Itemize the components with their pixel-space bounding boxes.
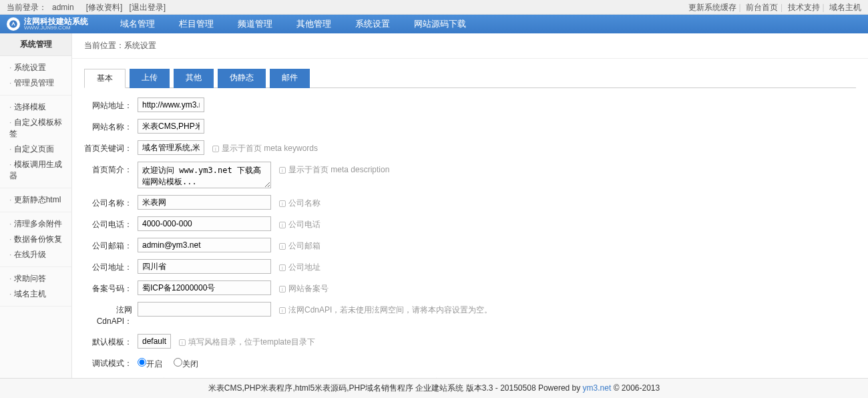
login-user: admin <box>52 3 74 12</box>
nav-column[interactable]: 栏目管理 <box>167 15 226 33</box>
info-icon: i <box>279 200 286 207</box>
label-company: 公司名称： <box>84 195 138 209</box>
top-link-home[interactable]: 前台首页 <box>746 3 778 12</box>
tab-other[interactable]: 其他 <box>174 69 214 88</box>
input-email[interactable] <box>138 238 271 252</box>
input-site-url[interactable] <box>138 97 204 112</box>
textarea-description[interactable]: 欢迎访问 www.ym3.net 下载高端网站模板... <box>138 162 271 188</box>
footer: 米表CMS,PHP米表程序,html5米表源码,PHP域名销售程序 企业建站系统… <box>0 378 868 398</box>
sidebar-item-upgrade[interactable]: 在线升级 <box>0 247 71 262</box>
tab-basic[interactable]: 基本 <box>84 69 126 88</box>
label-site-url: 网站地址： <box>84 97 138 112</box>
label-description: 首页简介： <box>84 162 138 176</box>
info-icon: i <box>179 339 186 346</box>
sidebar-item-tags[interactable]: 自定义模板标签 <box>0 115 71 142</box>
label-template: 默认模板： <box>84 334 138 348</box>
info-icon: i <box>279 222 286 228</box>
info-icon: i <box>279 286 286 292</box>
brand-logo: 泫网科技建站系统 WWW.JUN99.COM <box>7 17 88 31</box>
sidebar-item-system[interactable]: 系统设置 <box>0 60 71 75</box>
top-link-support[interactable]: 技术支持 <box>788 3 820 12</box>
navbar: 泫网科技建站系统 WWW.JUN99.COM 域名管理 栏目管理 频道管理 其他… <box>0 15 868 33</box>
sidebar-item-backup[interactable]: 数据备份恢复 <box>0 232 71 247</box>
label-site-name: 网站名称： <box>84 119 138 133</box>
sidebar: 系统管理 系统设置 管理员管理 选择模板 自定义模板标签 自定义页面 模板调用生… <box>0 33 72 398</box>
input-cdn[interactable] <box>138 302 271 317</box>
sidebar-item-generator[interactable]: 模板调用生成器 <box>0 157 71 184</box>
radio-debug-on[interactable] <box>138 358 146 367</box>
input-template[interactable] <box>138 334 171 349</box>
label-tel: 公司电话： <box>84 216 138 230</box>
label-debug: 调试模式： <box>84 355 138 369</box>
top-link-cache[interactable]: 更新系统缓存 <box>688 3 736 12</box>
login-prefix: 当前登录： <box>7 3 47 12</box>
sidebar-item-static[interactable]: 更新静态html <box>0 192 71 208</box>
tab-rewrite[interactable]: 伪静态 <box>218 69 266 88</box>
nav-system[interactable]: 系统设置 <box>343 15 402 33</box>
input-tel[interactable] <box>138 216 271 231</box>
sidebar-item-clean[interactable]: 清理多余附件 <box>0 216 71 232</box>
breadcrumb: 当前位置：系统设置 <box>72 33 868 59</box>
sidebar-item-host[interactable]: 域名主机 <box>0 286 71 302</box>
top-link-domain[interactable]: 域名主机 <box>829 3 861 12</box>
radio-debug-off[interactable] <box>174 358 182 367</box>
nav-download[interactable]: 网站源码下载 <box>402 15 478 33</box>
label-keywords: 首页关键词： <box>84 140 138 154</box>
info-icon: i <box>212 146 219 152</box>
logo-icon <box>7 17 20 31</box>
sidebar-item-help[interactable]: 求助问答 <box>0 271 71 286</box>
info-icon: i <box>279 264 286 271</box>
tab-upload[interactable]: 上传 <box>130 69 170 88</box>
svg-point-0 <box>9 20 17 28</box>
info-icon: i <box>279 243 286 250</box>
sidebar-item-admin[interactable]: 管理员管理 <box>0 75 71 91</box>
label-cdn: 泫网CdnAPI： <box>84 302 138 327</box>
sidebar-item-template[interactable]: 选择模板 <box>0 100 71 115</box>
tab-mail[interactable]: 邮件 <box>270 69 310 88</box>
input-keywords[interactable] <box>138 140 204 155</box>
nav-domain[interactable]: 域名管理 <box>108 15 167 33</box>
input-company[interactable] <box>138 195 271 210</box>
label-icp: 备案号码： <box>84 280 138 294</box>
info-icon: i <box>279 167 286 174</box>
input-address[interactable] <box>138 259 271 274</box>
sidebar-item-pages[interactable]: 自定义页面 <box>0 142 71 157</box>
edit-profile-link[interactable]: [修改资料] <box>86 3 123 12</box>
topbar: 当前登录：admin [修改资料] [退出登录] 更新系统缓存| 前台首页| 技… <box>0 0 868 15</box>
input-icp[interactable] <box>138 280 271 295</box>
tabs: 基本 上传 其他 伪静态 邮件 <box>84 68 856 88</box>
label-address: 公司地址： <box>84 259 138 273</box>
nav-channel[interactable]: 频道管理 <box>226 15 284 33</box>
main: 当前位置：系统设置 基本 上传 其他 伪静态 邮件 网站地址： 网站名称： 首页… <box>72 33 868 398</box>
label-email: 公司邮箱： <box>84 238 138 252</box>
footer-link[interactable]: ym3.net <box>583 383 612 393</box>
info-icon: i <box>279 307 286 314</box>
input-site-name[interactable] <box>138 119 204 134</box>
logout-link[interactable]: [退出登录] <box>129 3 166 12</box>
nav-other[interactable]: 其他管理 <box>284 15 343 33</box>
brand-sub: WWW.JUN99.COM <box>24 25 88 31</box>
sidebar-title: 系统管理 <box>0 33 71 56</box>
